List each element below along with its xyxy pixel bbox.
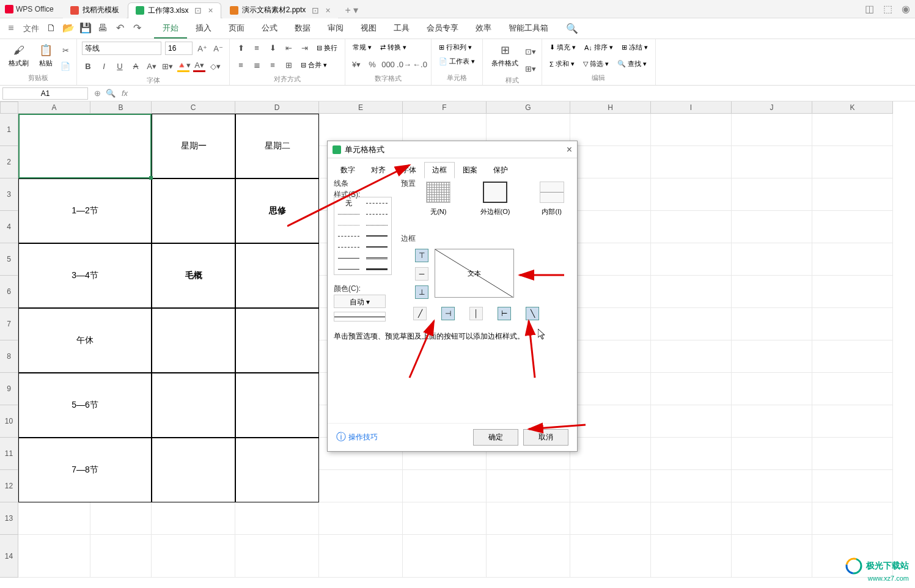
cube-icon[interactable]: ⬚	[883, 3, 892, 15]
align-center-icon[interactable]: ≣	[251, 59, 263, 71]
cell[interactable]	[90, 276, 152, 308]
row-header-5[interactable]: 5	[0, 243, 18, 276]
cell[interactable]	[732, 211, 812, 243]
currency-icon[interactable]: ¥▾	[350, 58, 362, 70]
dlg-tab-font[interactable]: 字体	[394, 162, 424, 178]
cell[interactable]	[152, 178, 235, 211]
cell[interactable]	[570, 438, 651, 470]
cell[interactable]	[732, 340, 812, 373]
file-menu[interactable]: 文件	[23, 23, 39, 34]
cell[interactable]	[570, 535, 651, 578]
cancel-fx-icon[interactable]: ⊕	[94, 89, 101, 98]
border-right-button[interactable]: ⊢	[498, 307, 511, 320]
cell[interactable]	[18, 535, 90, 578]
cell[interactable]	[152, 373, 235, 405]
cell[interactable]	[152, 405, 235, 438]
col-header-D[interactable]: D	[235, 101, 319, 114]
col-header-B[interactable]: B	[90, 101, 152, 114]
line-style-list[interactable]: 无	[334, 197, 392, 275]
close-icon[interactable]: ×	[325, 6, 330, 15]
bold-icon[interactable]: B	[82, 60, 94, 72]
tab-formula[interactable]: 公式	[253, 19, 286, 39]
cell[interactable]	[235, 502, 319, 535]
cell[interactable]	[90, 373, 152, 405]
cell[interactable]	[152, 470, 235, 502]
tab-presentation[interactable]: 演示文稿素材2.pptx⊡×	[222, 2, 338, 18]
cut-icon[interactable]: ✂	[59, 44, 72, 56]
redo-icon[interactable]: ↷	[132, 23, 142, 33]
ok-button[interactable]: 确定	[473, 429, 518, 446]
freeze-button[interactable]: ⊞ 冻结 ▾	[619, 42, 650, 53]
cell[interactable]	[90, 178, 152, 211]
row-header-2[interactable]: 2	[0, 146, 18, 178]
worksheet-button[interactable]: 📄 工作表 ▾	[436, 56, 477, 67]
cell[interactable]	[90, 211, 152, 243]
align-right-icon[interactable]: ≡	[266, 59, 279, 71]
align-bottom-icon[interactable]: ⬇	[266, 42, 279, 54]
cell[interactable]	[18, 276, 90, 308]
cell[interactable]	[18, 211, 90, 243]
align-middle-icon[interactable]: ≡	[251, 42, 263, 54]
tab-tools[interactable]: 工具	[385, 19, 418, 39]
color-select[interactable]: 自动 ▾	[334, 295, 386, 308]
tab-op-icon[interactable]: ⊡	[194, 6, 202, 15]
cell[interactable]	[812, 438, 893, 470]
paste-button[interactable]: 📋粘贴	[35, 42, 57, 69]
col-header-A[interactable]: A	[18, 101, 90, 114]
cell[interactable]	[651, 502, 732, 535]
cell[interactable]	[18, 502, 90, 535]
close-icon[interactable]: ×	[567, 144, 572, 155]
cell[interactable]	[812, 502, 893, 535]
dec-dec-icon[interactable]: ←.0	[414, 58, 426, 70]
tab-start[interactable]: 开始	[154, 19, 187, 39]
panel-icon[interactable]: ◫	[865, 3, 874, 15]
sum-button[interactable]: Σ 求和 ▾	[547, 58, 577, 70]
cell[interactable]	[732, 535, 812, 578]
border-top-button[interactable]: ⊤	[415, 249, 428, 262]
cell[interactable]	[152, 535, 235, 578]
italic-icon[interactable]: I	[98, 60, 110, 72]
cell[interactable]	[732, 502, 812, 535]
cell[interactable]	[651, 535, 732, 578]
cell[interactable]	[651, 114, 732, 146]
comma-icon[interactable]: 000	[382, 58, 394, 70]
cell[interactable]	[732, 373, 812, 405]
fx-icon[interactable]: fx	[122, 89, 128, 98]
align-left-icon[interactable]: ≡	[235, 59, 247, 71]
tab-page[interactable]: 页面	[220, 19, 253, 39]
row-header-7[interactable]: 7	[0, 308, 18, 340]
indent-inc-icon[interactable]: ⇥	[298, 42, 311, 54]
row-header-13[interactable]: 13	[0, 502, 18, 535]
cell[interactable]	[90, 470, 152, 502]
avatar-icon[interactable]: ◉	[902, 3, 910, 15]
cell[interactable]	[152, 146, 235, 178]
indent-dec-icon[interactable]: ⇤	[282, 42, 295, 54]
cell[interactable]	[812, 146, 893, 178]
cell[interactable]	[235, 146, 319, 178]
tab-template[interactable]: 找稻壳模板	[63, 2, 127, 18]
cell[interactable]	[732, 114, 812, 146]
tab-insert[interactable]: 插入	[187, 19, 220, 39]
tab-data[interactable]: 数据	[286, 19, 319, 39]
cell[interactable]	[152, 340, 235, 373]
menu-icon[interactable]: ≡	[6, 23, 16, 33]
tab-smart[interactable]: 智能工具箱	[500, 19, 557, 39]
cell[interactable]	[90, 405, 152, 438]
cell[interactable]	[651, 405, 732, 438]
cell[interactable]	[90, 308, 152, 340]
filter-button[interactable]: ▽ 筛选 ▾	[581, 58, 611, 70]
cell[interactable]	[235, 114, 319, 146]
cell[interactable]	[152, 114, 235, 146]
cell[interactable]	[651, 178, 732, 211]
cell[interactable]	[235, 308, 319, 340]
cell[interactable]	[651, 340, 732, 373]
col-header-E[interactable]: E	[319, 101, 403, 114]
cell[interactable]	[18, 373, 90, 405]
strike-icon[interactable]: A	[130, 60, 142, 72]
tab-review[interactable]: 审阅	[319, 19, 352, 39]
cell[interactable]	[152, 276, 235, 308]
cell-style-icon[interactable]: ⊡▾	[524, 45, 537, 57]
cell[interactable]	[570, 276, 651, 308]
convert-button[interactable]: ⇄ 转换 ▾	[378, 42, 409, 53]
cell[interactable]	[18, 243, 90, 276]
